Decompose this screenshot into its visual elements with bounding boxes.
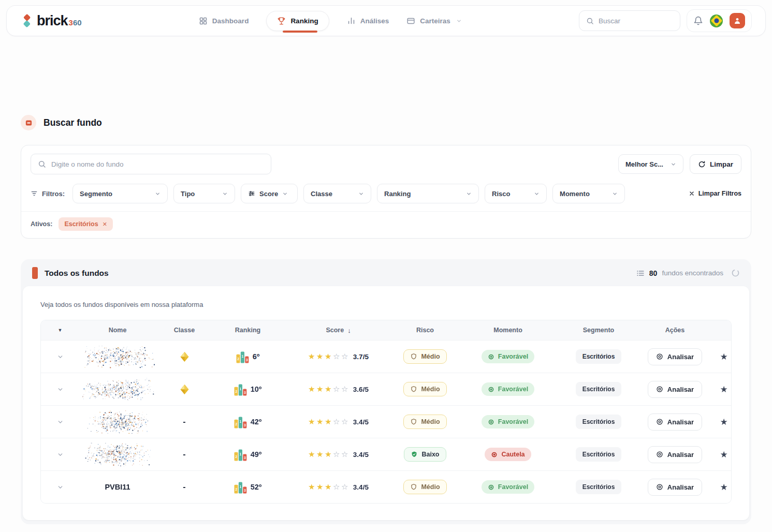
results-count-suffix: fundos encontrados bbox=[662, 269, 723, 277]
table-row: - 2 1 3 49º ★★★☆☆ 3.4/5 bbox=[41, 438, 731, 470]
nav-item-carteiras[interactable]: Carteiras bbox=[406, 17, 462, 25]
chevron-down-icon bbox=[358, 191, 364, 197]
nav-item-analises[interactable]: Análises bbox=[347, 17, 389, 25]
clear-button[interactable]: Limpar bbox=[690, 154, 741, 174]
dashboard-grid-icon bbox=[199, 17, 208, 25]
filter-dropdown-ranking[interactable]: Ranking bbox=[377, 184, 479, 203]
chevron-down-icon bbox=[155, 191, 161, 197]
svg-text:1: 1 bbox=[239, 387, 241, 391]
svg-text:3: 3 bbox=[244, 488, 246, 492]
active-filters-label: Ativos: bbox=[31, 220, 52, 228]
page-title-row: Buscar fundo bbox=[21, 115, 751, 130]
nav-label: Carteiras bbox=[420, 17, 450, 25]
momentum-badge: Favorável bbox=[482, 480, 534, 494]
sort-dropdown-value: Melhor Sc... bbox=[625, 160, 663, 168]
results-count: 80 bbox=[649, 269, 658, 277]
momentum-label: Cautela bbox=[501, 451, 525, 458]
column-filter-icon[interactable]: ▼ bbox=[58, 328, 63, 333]
column-score[interactable]: Score↓ bbox=[283, 327, 394, 334]
refresh-spinner-icon[interactable] bbox=[731, 269, 740, 277]
momentum-label: Favorável bbox=[498, 353, 528, 360]
notifications-bell-icon[interactable] bbox=[693, 16, 703, 26]
fund-name bbox=[78, 377, 157, 401]
target-icon bbox=[656, 483, 663, 491]
expand-row-chevron-icon[interactable] bbox=[57, 484, 64, 491]
nav-item-dashboard[interactable]: Dashboard bbox=[199, 17, 249, 25]
filter-dropdown-momento[interactable]: Momento bbox=[552, 184, 625, 203]
section-accent-bar bbox=[32, 267, 38, 279]
expand-row-chevron-icon[interactable] bbox=[57, 419, 64, 425]
brand-logo[interactable]: brick 360 bbox=[20, 13, 82, 29]
score-value: 3.4/5 bbox=[353, 483, 369, 491]
obscured-fund-name bbox=[87, 410, 148, 434]
filter-dropdown-segmento[interactable]: Segmento bbox=[72, 184, 168, 203]
favorite-star-icon[interactable]: ★ bbox=[720, 417, 727, 427]
podium-icon: 2 1 3 bbox=[234, 383, 247, 396]
filter-dropdown-classe[interactable]: Classe bbox=[303, 184, 371, 203]
expand-row-chevron-icon[interactable] bbox=[57, 386, 64, 393]
favorite-star-icon[interactable]: ★ bbox=[720, 449, 727, 460]
clear-filters-link[interactable]: Limpar Filtros bbox=[689, 190, 741, 197]
results-panel: Veja todos os fundos disponíveis em noss… bbox=[23, 286, 749, 520]
fund-name: PVBI11 bbox=[105, 483, 130, 491]
filter-dropdown-tipo[interactable]: Tipo bbox=[173, 184, 235, 203]
fund-search-box[interactable] bbox=[31, 154, 271, 174]
favorite-star-icon[interactable]: ★ bbox=[720, 384, 727, 395]
filter-dropdown-score[interactable]: Score bbox=[241, 184, 298, 203]
user-avatar[interactable] bbox=[730, 13, 745, 28]
active-filter-chip[interactable]: Escritórios ✕ bbox=[59, 217, 113, 231]
expand-row-chevron-icon[interactable] bbox=[57, 353, 64, 360]
podium-icon: 2 1 3 bbox=[234, 448, 247, 461]
analyze-button[interactable]: Analisar bbox=[648, 413, 702, 431]
nav-label: Análises bbox=[360, 17, 389, 25]
funnel-icon bbox=[31, 190, 38, 197]
podium-icon: 2 1 3 bbox=[234, 481, 247, 494]
page-title: Buscar fundo bbox=[43, 117, 102, 128]
remove-chip-icon[interactable]: ✕ bbox=[103, 221, 107, 228]
risk-badge: Médio bbox=[403, 415, 446, 429]
expand-row-chevron-icon[interactable] bbox=[57, 451, 64, 458]
nav-item-ranking[interactable]: Ranking bbox=[266, 11, 329, 31]
status-dot-icon bbox=[488, 386, 494, 393]
analyze-button[interactable]: Analisar bbox=[648, 446, 702, 463]
shield-icon bbox=[410, 353, 417, 360]
score-value: 3.6/5 bbox=[353, 386, 369, 393]
risk-label: Médio bbox=[421, 386, 440, 393]
results-card: Todos os fundos 80 fundos encontrados Ve… bbox=[21, 259, 751, 524]
analyze-button[interactable]: Analisar bbox=[648, 381, 702, 398]
score-stars: ★★★☆☆ bbox=[308, 450, 349, 459]
language-flag-brazil[interactable] bbox=[710, 14, 723, 27]
bar-chart-icon bbox=[347, 17, 356, 25]
app-viewport: brick 360 Dashboard Ranking Análises bbox=[0, 0, 772, 532]
chevron-down-icon bbox=[466, 191, 472, 197]
main-content: Buscar fundo Melhor Sc... bbox=[0, 115, 772, 524]
momentum-label: Favorável bbox=[498, 483, 528, 491]
brand-diamond-icon bbox=[20, 14, 34, 27]
class-empty-dash: - bbox=[183, 450, 185, 459]
shield-icon bbox=[410, 483, 417, 491]
risk-label: Médio bbox=[421, 418, 440, 425]
filter-dropdown-risco[interactable]: Risco bbox=[485, 184, 547, 203]
global-search-box[interactable] bbox=[579, 10, 680, 31]
target-icon bbox=[656, 353, 663, 360]
analyze-button[interactable]: Analisar bbox=[648, 348, 702, 365]
favorite-star-icon[interactable]: ★ bbox=[720, 351, 727, 362]
score-stars: ★★★☆☆ bbox=[308, 417, 349, 426]
global-search-input[interactable] bbox=[599, 17, 673, 25]
results-title: Todos os fundos bbox=[45, 269, 109, 278]
sort-dropdown[interactable]: Melhor Sc... bbox=[618, 154, 683, 174]
brand-suffix: 360 bbox=[69, 18, 82, 27]
favorite-star-icon[interactable]: ★ bbox=[720, 482, 727, 493]
fund-search-input[interactable] bbox=[51, 160, 264, 168]
shield-check-icon bbox=[411, 451, 418, 458]
table-body: - 2 1 3 6º ★★★☆☆ 3.7/5 bbox=[41, 340, 731, 503]
chevron-down-icon bbox=[456, 18, 462, 24]
status-dot-icon bbox=[488, 419, 494, 425]
brand-name: brick bbox=[37, 13, 68, 29]
segment-badge: Escritórios bbox=[576, 447, 622, 462]
funds-table: ▼ Nome Classe Ranking Score↓ Risco Momen… bbox=[40, 320, 732, 504]
filter-top-row: Melhor Sc... Limpar bbox=[21, 145, 751, 181]
analyze-button[interactable]: Analisar bbox=[648, 479, 702, 496]
segment-badge: Escritórios bbox=[576, 415, 622, 429]
ranking-position: 49º bbox=[251, 450, 261, 459]
